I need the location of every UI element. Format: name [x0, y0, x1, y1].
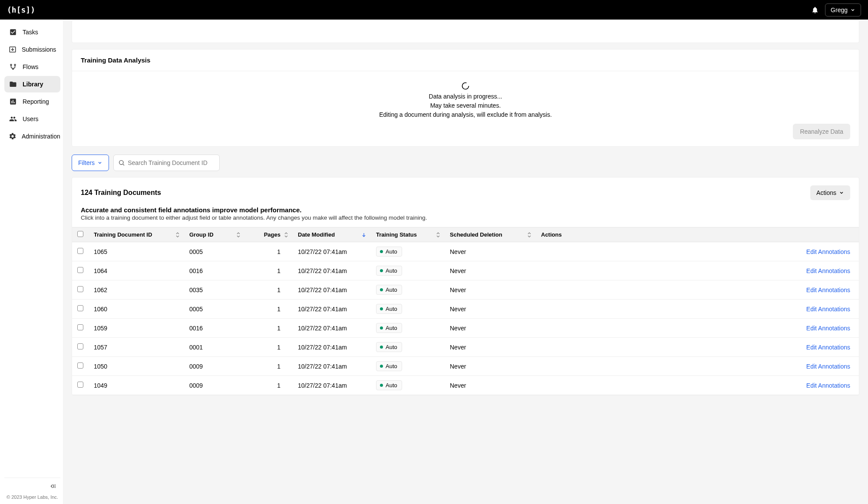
sidebar-item-tasks[interactable]: Tasks	[4, 24, 60, 40]
sidebar: TasksSubmissionsFlowsLibraryReportingUse…	[0, 20, 63, 504]
table-row: 10570001110/27/22 07:41amAutoNeverEdit A…	[72, 338, 859, 357]
edit-annotations-link[interactable]: Edit Annotations	[806, 363, 850, 370]
cell-date-modified: 10/27/22 07:41am	[293, 319, 371, 338]
table-row: 10640016110/27/22 07:41amAutoNeverEdit A…	[72, 261, 859, 280]
svg-line-10	[123, 164, 124, 165]
cell-doc-id[interactable]: 1050	[89, 357, 184, 376]
cell-doc-id[interactable]: 1060	[89, 300, 184, 319]
row-checkbox[interactable]	[77, 248, 83, 254]
cell-pages: 1	[245, 376, 293, 395]
sidebar-item-label: Flows	[23, 63, 39, 70]
cell-scheduled-deletion: Never	[445, 300, 536, 319]
cell-group-id: 0009	[184, 376, 245, 395]
sidebar-item-label: Reporting	[23, 98, 49, 105]
users-icon	[9, 115, 17, 123]
search-icon	[118, 159, 125, 166]
edit-annotations-link[interactable]: Edit Annotations	[806, 267, 850, 274]
col-training-status[interactable]: Training Status	[371, 227, 445, 242]
select-all-checkbox[interactable]	[77, 231, 83, 237]
col-scheduled-deletion[interactable]: Scheduled Deletion	[445, 227, 536, 242]
cell-date-modified: 10/27/22 07:41am	[293, 300, 371, 319]
copyright: © 2023 Hyper Labs, Inc.	[7, 494, 58, 500]
edit-annotations-link[interactable]: Edit Annotations	[806, 325, 850, 332]
row-checkbox[interactable]	[77, 267, 83, 273]
reporting-icon	[9, 98, 17, 105]
administration-icon	[9, 132, 17, 140]
col-actions: Actions	[536, 227, 859, 242]
cell-group-id: 0016	[184, 261, 245, 280]
sidebar-item-label: Administration	[22, 133, 60, 140]
cell-date-modified: 10/27/22 07:41am	[293, 376, 371, 395]
cell-doc-id[interactable]: 1059	[89, 319, 184, 338]
sidebar-item-reporting[interactable]: Reporting	[4, 93, 60, 110]
chevron-down-icon	[850, 7, 855, 13]
submissions-icon	[9, 46, 17, 53]
col-doc-id[interactable]: Training Document ID	[89, 227, 184, 242]
col-date-modified[interactable]: Date Modified	[293, 227, 371, 242]
notifications-icon[interactable]	[811, 6, 819, 14]
cell-doc-id[interactable]: 1065	[89, 242, 184, 261]
row-checkbox[interactable]	[77, 324, 83, 330]
sidebar-item-submissions[interactable]: Submissions	[4, 41, 60, 58]
cell-doc-id[interactable]: 1064	[89, 261, 184, 280]
row-checkbox[interactable]	[77, 362, 83, 369]
search-input[interactable]	[125, 155, 215, 171]
cell-doc-id[interactable]: 1062	[89, 280, 184, 300]
row-checkbox[interactable]	[77, 305, 83, 311]
col-select	[72, 227, 89, 242]
info-title: Accurate and consistent field annotation…	[81, 206, 850, 214]
edit-annotations-link[interactable]: Edit Annotations	[806, 344, 850, 351]
filters-button[interactable]: Filters	[72, 155, 109, 171]
sidebar-item-label: Users	[23, 115, 39, 122]
documents-table: Training Document ID Group ID	[72, 227, 859, 395]
flows-icon	[9, 63, 17, 71]
actions-menu-button[interactable]: Actions	[810, 185, 850, 200]
sidebar-item-library[interactable]: Library	[4, 76, 60, 92]
col-pages[interactable]: Pages	[245, 227, 293, 242]
user-menu[interactable]: Gregg	[825, 3, 861, 16]
sort-icon	[284, 232, 288, 238]
sidebar-item-administration[interactable]: Administration	[4, 128, 60, 145]
main: Training Data Analysis Data analysis in …	[63, 20, 868, 504]
cell-scheduled-deletion: Never	[445, 242, 536, 261]
status-dot-icon	[380, 346, 383, 349]
col-group-id[interactable]: Group ID	[184, 227, 245, 242]
sort-icon	[175, 232, 180, 238]
cell-training-status: Auto	[371, 357, 445, 376]
status-dot-icon	[380, 307, 383, 310]
previous-card-partial	[72, 20, 859, 43]
edit-annotations-link[interactable]: Edit Annotations	[806, 248, 850, 255]
info-subtitle: Click into a training document to either…	[81, 214, 850, 221]
status-dot-icon	[380, 269, 383, 272]
row-checkbox[interactable]	[77, 343, 83, 349]
cell-training-status: Auto	[371, 300, 445, 319]
documents-count: 124 Training Documents	[81, 189, 161, 197]
table-row: 10650005110/27/22 07:41amAutoNeverEdit A…	[72, 242, 859, 261]
cell-doc-id[interactable]: 1049	[89, 376, 184, 395]
analysis-status-text: Data analysis in progress... May take se…	[379, 92, 552, 119]
sidebar-item-users[interactable]: Users	[4, 111, 60, 127]
chevron-down-icon	[839, 190, 844, 195]
cell-scheduled-deletion: Never	[445, 261, 536, 280]
row-checkbox[interactable]	[77, 382, 83, 388]
spinner-icon	[461, 82, 470, 90]
username: Gregg	[831, 7, 848, 13]
cell-doc-id[interactable]: 1057	[89, 338, 184, 357]
sidebar-item-label: Submissions	[22, 46, 56, 53]
documents-card: 124 Training Documents Actions Accurate …	[72, 177, 859, 395]
cell-date-modified: 10/27/22 07:41am	[293, 242, 371, 261]
edit-annotations-link[interactable]: Edit Annotations	[806, 287, 850, 293]
svg-point-9	[119, 161, 123, 165]
reanalyze-data-button[interactable]: Reanalyze Data	[793, 124, 850, 139]
training-analysis-title: Training Data Analysis	[72, 49, 859, 71]
training-analysis-card: Training Data Analysis Data analysis in …	[72, 49, 859, 147]
row-checkbox[interactable]	[77, 286, 83, 292]
sidebar-item-flows[interactable]: Flows	[4, 59, 60, 75]
cell-pages: 1	[245, 338, 293, 357]
edit-annotations-link[interactable]: Edit Annotations	[806, 382, 850, 389]
collapse-sidebar-icon[interactable]	[49, 482, 60, 490]
filter-row: Filters	[72, 155, 859, 171]
edit-annotations-link[interactable]: Edit Annotations	[806, 306, 850, 313]
cell-pages: 1	[245, 357, 293, 376]
status-dot-icon	[380, 326, 383, 329]
